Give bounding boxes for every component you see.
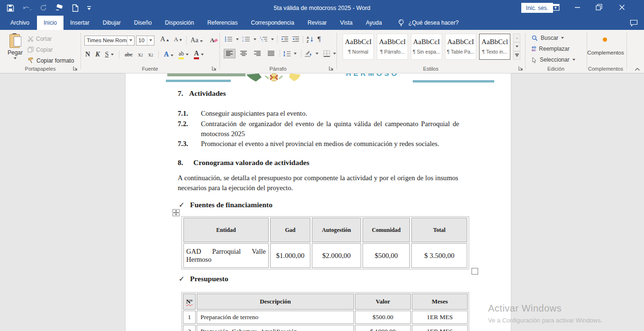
subscript-button[interactable]: x2 [138, 51, 143, 58]
text-effects-button[interactable]: A [164, 51, 173, 58]
budget-header-descripcion[interactable]: Descripción [197, 294, 354, 310]
styles-dialog-launcher[interactable] [518, 66, 524, 71]
borders-dropdown-icon[interactable] [333, 53, 336, 55]
document-page[interactable]: HERMOSO 7.Actividades 7.1.Conseguir ausp… [126, 74, 511, 331]
shading-button[interactable] [304, 50, 313, 57]
close-icon[interactable] [615, 0, 629, 14]
activity-item-7-3[interactable]: 7.3.Promocionar el evento a nivel provin… [178, 139, 459, 149]
numbering-button[interactable]: 12 [242, 36, 250, 42]
budget-table[interactable]: Nº Descripción Valor Meses 1 Preparación… [181, 292, 469, 331]
tab-disposicion[interactable]: Disposición [158, 16, 200, 30]
section-8-heading[interactable]: 8.Cronograma valorado de actividades [178, 158, 309, 167]
increase-indent-button[interactable] [292, 36, 299, 42]
paste-button[interactable]: Pegar [5, 33, 26, 67]
funding-cell-autogestion[interactable]: $2.000,00 [312, 243, 361, 268]
budget-header-numero[interactable]: Nº [183, 294, 196, 310]
grow-font-button[interactable]: A▲ [160, 35, 170, 46]
decrease-indent-button[interactable] [281, 36, 289, 42]
styles-scroll-up-icon[interactable] [513, 34, 520, 42]
shading-dropdown-icon[interactable] [316, 53, 318, 55]
bullets-button[interactable] [225, 36, 233, 42]
align-center-button[interactable] [238, 49, 249, 58]
text-highlight-button[interactable]: ab [179, 50, 189, 59]
find-button[interactable]: Buscar [532, 34, 564, 42]
replace-button[interactable]: abac Reemplazar [532, 45, 570, 53]
italic-button[interactable]: K [95, 51, 100, 58]
superscript-button[interactable]: x2 [148, 51, 153, 58]
tab-correspondencia[interactable]: Correspondencia [244, 16, 300, 30]
tab-revisar[interactable]: Revisar [301, 16, 334, 30]
funding-cell-entidad[interactable]: GAD Parroquial Valle Hermoso [183, 243, 269, 268]
numbering-dropdown-icon[interactable] [254, 38, 256, 40]
funding-header-autogestion[interactable]: Autogestión [312, 218, 361, 242]
borders-button[interactable] [323, 50, 330, 57]
budget-header-valor[interactable]: Valor [355, 294, 411, 310]
funding-header-gad[interactable]: Gad [270, 218, 310, 242]
restore-icon[interactable] [592, 0, 606, 14]
tab-vista[interactable]: Vista [334, 16, 359, 30]
tab-insertar[interactable]: Insertar [63, 16, 96, 30]
styles-more-icon[interactable] [513, 51, 520, 60]
feedback-icon[interactable] [628, 18, 639, 28]
tab-inicio[interactable]: Inicio [37, 16, 63, 30]
sort-button[interactable]: AZ [307, 36, 314, 43]
budget-heading[interactable]: ✓Presupuesto [179, 275, 228, 283]
funding-header-total[interactable]: Total [411, 218, 467, 242]
table-move-handle-icon[interactable] [172, 209, 180, 216]
activity-item-7-2[interactable]: 7.2.Contratación de organizador del even… [178, 119, 459, 139]
style-chip-sin-espaciado[interactable]: AaBbCcI ¶ Sin espa... [411, 34, 442, 60]
style-chip-parrafo[interactable]: AaBbCcI ¶ Párrafo... [377, 34, 408, 60]
style-chip-table-paragraph[interactable]: AaBbCcI ¶ Table Pa... [445, 34, 476, 60]
shrink-font-button[interactable]: A▼ [174, 36, 182, 45]
tab-diseno[interactable]: Diseño [127, 16, 158, 30]
qat-customize-icon[interactable] [87, 5, 91, 11]
change-case-button[interactable]: Aa [190, 37, 203, 44]
paragraph-dialog-launcher[interactable] [329, 66, 334, 71]
underline-button[interactable]: S [105, 51, 109, 58]
pilcrow-button[interactable]: ¶ [317, 35, 321, 43]
activity-item-7-1[interactable]: 7.1.Conseguir auspiciantes para el event… [178, 109, 459, 119]
funding-header-entidad[interactable]: Entidad [183, 218, 269, 242]
budget-cell-1-desc[interactable]: Preparación de terreno [197, 311, 354, 324]
budget-cell-1-valor[interactable]: $500.00 [355, 311, 411, 324]
save-icon[interactable] [7, 4, 14, 12]
funding-heading[interactable]: ✓Fuentes de financiamiento [179, 201, 272, 209]
funding-cell-comunidad[interactable]: $500,00 [363, 243, 410, 268]
font-dialog-launcher[interactable] [212, 66, 217, 71]
justify-button[interactable] [266, 49, 277, 58]
funding-cell-total[interactable]: $ 3.500,00 [411, 243, 467, 268]
multilevel-list-button[interactable]: 1ai [260, 36, 268, 42]
bold-button[interactable]: N [85, 51, 90, 58]
tab-ayuda[interactable]: Ayuda [359, 16, 389, 30]
tab-archivo[interactable]: Archivo [3, 16, 37, 30]
new-document-icon[interactable] [72, 4, 79, 12]
ribbon-display-options-icon[interactable] [548, 0, 562, 14]
underline-dropdown-icon[interactable] [111, 54, 114, 55]
intro-paragraph[interactable]: A continuación, se detalla el presupuest… [178, 173, 458, 193]
section-7-heading[interactable]: 7.Actividades [178, 89, 226, 98]
align-left-button[interactable] [224, 49, 236, 58]
styles-scroll-down-icon[interactable] [513, 42, 520, 51]
budget-cell-2-num[interactable]: 2 [183, 325, 196, 331]
strikethrough-button[interactable]: abc [125, 51, 133, 58]
budget-cell-1-num[interactable]: 1 [183, 311, 196, 324]
table-resize-handle[interactable] [472, 268, 478, 275]
style-chip-normal[interactable]: AaBbCcI ¶ Normal [343, 34, 374, 60]
budget-cell-2-valor[interactable]: $ 1000,00 [355, 325, 411, 331]
font-color-button[interactable]: A [194, 50, 203, 59]
line-spacing-button[interactable] [283, 51, 291, 57]
collapse-ribbon-icon[interactable] [635, 67, 640, 71]
style-chip-texto-independiente[interactable]: AaBbCcl ¶ Texto in... [479, 34, 510, 60]
select-button[interactable]: Seleccionar [532, 56, 575, 64]
tab-referencias[interactable]: Referencias [200, 16, 244, 30]
font-size-combobox[interactable]: 10 [136, 36, 154, 46]
format-painter-button[interactable]: Copiar formato [27, 55, 74, 66]
multilevel-dropdown-icon[interactable] [271, 38, 274, 40]
clipboard-dialog-launcher[interactable] [73, 66, 78, 71]
bullets-dropdown-icon[interactable] [236, 38, 239, 40]
budget-cell-2-meses[interactable]: 1ER MES [412, 325, 468, 331]
line-spacing-dropdown-icon[interactable] [294, 53, 297, 55]
draw-eraser-icon[interactable] [55, 4, 64, 11]
align-right-button[interactable] [252, 49, 263, 58]
tab-dibujar[interactable]: Dibujar [96, 16, 127, 30]
